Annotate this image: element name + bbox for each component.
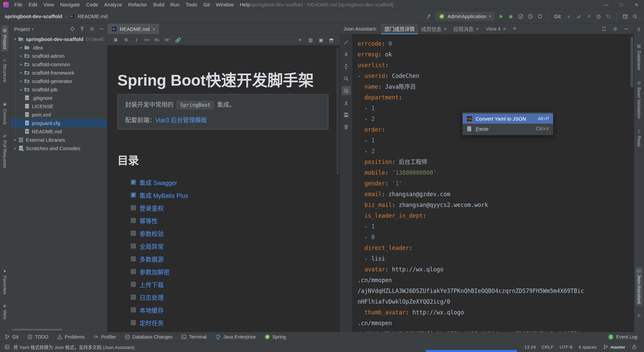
- tool-stripe-web[interactable]: ⊕Web: [1, 302, 8, 322]
- menu-analyze[interactable]: Analyze: [101, 0, 125, 9]
- tree-item-pom-xml[interactable]: mpom.xml: [10, 111, 107, 119]
- unchecked-checkbox-icon[interactable]: [131, 218, 136, 223]
- chevron-right-icon[interactable]: ▸: [19, 62, 24, 67]
- close-button[interactable]: ✕: [629, 0, 644, 9]
- chevron-right-icon[interactable]: ▸: [13, 138, 18, 142]
- toolwindow-button-terminal[interactable]: Terminal: [181, 334, 207, 340]
- toolwindow-button-database-changes[interactable]: Database Changes: [125, 334, 173, 340]
- close-tab-icon[interactable]: ×: [476, 26, 479, 32]
- gear-icon[interactable]: [89, 26, 95, 32]
- collapse-all-icon[interactable]: [342, 50, 351, 59]
- git-commit-button[interactable]: [576, 13, 582, 19]
- soft-wrap-icon[interactable]: [342, 86, 351, 95]
- checklist-link[interactable]: 集成 MyBatis Plus: [140, 191, 188, 200]
- editor-tab-readme[interactable]: M↓ README.md ×: [107, 24, 160, 34]
- collapse-all-icon[interactable]: [79, 26, 85, 32]
- delete-icon[interactable]: [342, 122, 351, 131]
- checked-checkbox-icon[interactable]: ✓: [131, 192, 136, 197]
- toolwindow-button-java-enterprise[interactable]: Java Enterprise: [215, 334, 256, 340]
- header-up-icon[interactable]: H↑: [163, 36, 172, 44]
- tool-stripe-structure[interactable]: ≡Structure: [1, 57, 8, 85]
- unchecked-checkbox-icon[interactable]: [131, 282, 136, 287]
- assistant-tab-item[interactable]: 应用消息×: [450, 24, 482, 34]
- toolwindow-button-git[interactable]: Git: [5, 334, 18, 340]
- chevron-right-icon[interactable]: ▸: [19, 79, 24, 83]
- tree-item-idea[interactable]: ▸.idea: [10, 43, 107, 52]
- tree-item-scaffold-job[interactable]: ▸scaffold-job: [10, 85, 107, 94]
- tool-stripe-json-assistant[interactable]: {}Json Assistant: [636, 267, 643, 306]
- vertical-scrollbar[interactable]: [631, 37, 633, 87]
- assistant-tab-item[interactable]: 成员信息×: [418, 24, 450, 34]
- tool-window-switcher-icon[interactable]: [4, 344, 10, 350]
- checklist-link[interactable]: 日志处理: [140, 293, 164, 302]
- breadcrumb-file[interactable]: README.md: [78, 13, 108, 19]
- tool-stripe-favorites[interactable]: ★Favorites: [1, 266, 8, 297]
- tree-item-scaffold-common[interactable]: ▸scaffold-common: [10, 60, 107, 69]
- menu-code[interactable]: Code: [83, 0, 101, 9]
- close-tab-icon[interactable]: ×: [444, 26, 447, 32]
- chevron-down-icon[interactable]: ▾: [13, 37, 18, 41]
- expand-all-icon[interactable]: [342, 62, 351, 71]
- minimize-button[interactable]: —: [599, 0, 614, 9]
- chevron-right-icon[interactable]: ▸: [19, 87, 24, 92]
- git-update-button[interactable]: [566, 13, 572, 19]
- gear-icon[interactable]: [612, 26, 618, 32]
- context-menu-item-paste[interactable]: PasteCtrl+V: [463, 124, 553, 134]
- tree-item-springboot-dev-scaffold[interactable]: ▾springboot-dev-scaffoldD:\JavaE: [10, 35, 107, 43]
- checklist-link[interactable]: 定时任务: [140, 318, 164, 327]
- scroll-to-end-icon[interactable]: [342, 98, 351, 107]
- strikethrough-icon[interactable]: S: [122, 36, 130, 44]
- layout-preview-only-icon[interactable]: ▣: [317, 36, 325, 44]
- maximize-button[interactable]: □: [614, 0, 629, 9]
- tree-item-gitignore[interactable]: g.gitignore: [10, 94, 107, 102]
- checklist-link[interactable]: 登录鉴权: [140, 204, 164, 212]
- encoding-widget[interactable]: UTF-8: [559, 345, 572, 350]
- tree-item-proguard-cfg[interactable]: ∗proguard.cfg: [10, 119, 107, 127]
- run-configuration-select[interactable]: AdminApplication ▾: [435, 12, 494, 21]
- run-button[interactable]: [498, 13, 504, 19]
- tree-item-scaffold-framework[interactable]: ▸scaffold-framework: [10, 69, 107, 77]
- unchecked-checkbox-icon[interactable]: [131, 244, 136, 249]
- save-icon[interactable]: [342, 110, 351, 119]
- menu-refactor[interactable]: Refactor: [125, 0, 150, 9]
- code-icon[interactable]: <>: [143, 36, 151, 44]
- search-everywhere-icon[interactable]: [632, 13, 638, 19]
- tree-item-scaffold-generator[interactable]: ▸scaffold-generator: [10, 77, 107, 85]
- checklist-link[interactable]: 本地缓存: [140, 306, 164, 314]
- tool-stripe-pull-requests[interactable]: ⇅Pull Requests: [1, 132, 8, 170]
- context-menu-item-convert-yaml-to-json[interactable]: YMLConvert Yaml to JSONAlt+P: [463, 114, 553, 124]
- yaml-editor[interactable]: errcode: 0errmsg: okuserlist:- userid: C…: [353, 34, 634, 332]
- checklist-link[interactable]: 集成 Swagger: [140, 178, 177, 187]
- tool-stripe-bean-validation[interactable]: ◎Bean Validation: [636, 78, 643, 121]
- search-icon[interactable]: [342, 74, 351, 83]
- tree-item-scratches-and-consoles[interactable]: ▸sScratches and Consoles: [10, 144, 107, 152]
- checklist-link[interactable]: 全局异常: [140, 242, 164, 251]
- close-tab-icon[interactable]: ×: [152, 26, 155, 32]
- indent-widget[interactable]: 4 spaces: [579, 345, 597, 350]
- checklist-link[interactable]: 多数据源: [140, 255, 164, 263]
- menu-tools[interactable]: Tools: [182, 0, 200, 9]
- toolwindow-button-problems[interactable]: Problems: [57, 334, 85, 340]
- format-icon[interactable]: [342, 38, 351, 47]
- checklist-link[interactable]: 参数加解密: [140, 267, 170, 276]
- tree-item-scaffold-admin[interactable]: ▸scaffold-admin: [10, 52, 107, 60]
- lock-icon[interactable]: [631, 344, 637, 350]
- tool-stripe-maven[interactable]: m: [636, 26, 643, 36]
- editor-scrollbar[interactable]: [336, 47, 339, 175]
- chevron-right-icon[interactable]: ▸: [19, 71, 24, 75]
- header-down-icon[interactable]: H↓: [153, 36, 162, 44]
- menu-build[interactable]: Build: [150, 0, 167, 9]
- tree-item-license[interactable]: ≡LICENSE: [10, 102, 107, 111]
- project-panel-title[interactable]: Project: [14, 26, 30, 32]
- tool-stripe-database[interactable]: ▤Database: [636, 41, 643, 73]
- rerun-button[interactable]: [537, 13, 543, 19]
- horizontal-scrollbar[interactable]: [12, 329, 62, 331]
- git-history-button[interactable]: [595, 13, 601, 19]
- event-log-button[interactable]: 1 Event Log: [608, 334, 637, 340]
- checklist-link[interactable]: 上传下载: [140, 280, 164, 289]
- toolwindow-button-profiler[interactable]: Profiler: [93, 334, 116, 340]
- tool-stripe-project[interactable]: ▦Project: [1, 26, 8, 51]
- layout-editor-only-icon[interactable]: ≡: [296, 36, 305, 44]
- close-tab-icon[interactable]: ×: [503, 26, 506, 32]
- menu-edit[interactable]: Edit: [25, 0, 40, 9]
